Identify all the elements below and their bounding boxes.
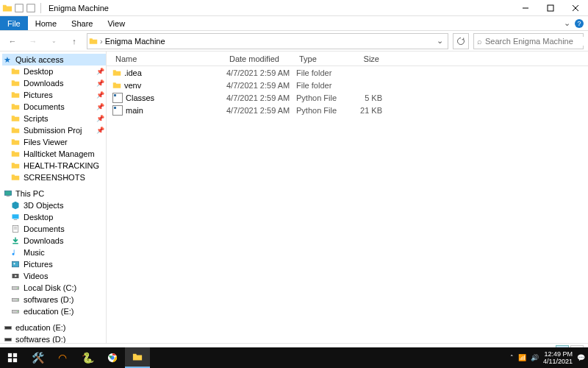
sidebar-item-label: Desktop xyxy=(24,213,53,222)
taskbar-chrome[interactable] xyxy=(100,347,125,368)
notifications-icon[interactable]: 💬 xyxy=(577,354,585,361)
sidebar-item-label: education (E:) xyxy=(24,307,74,316)
sidebar-item[interactable]: Downloads📌 xyxy=(2,77,106,89)
sidebar-item[interactable]: Pictures📌 xyxy=(2,89,106,101)
minimize-button[interactable] xyxy=(513,0,538,16)
search-icon: ⌕ xyxy=(477,37,482,46)
sidebar-item[interactable]: Local Disk (C:) xyxy=(2,282,106,294)
drive-icon xyxy=(4,323,12,332)
sidebar-quick-access[interactable]: ★ Quick access xyxy=(2,54,106,66)
search-input[interactable] xyxy=(485,37,587,46)
sidebar-item[interactable]: Files Viewer xyxy=(2,136,106,148)
qat-dropdown-icon[interactable] xyxy=(26,3,36,13)
file-type: File folder xyxy=(296,81,349,90)
sidebar-item[interactable]: Documents📌 xyxy=(2,101,106,113)
sidebar-item[interactable]: softwares (D:) xyxy=(2,294,106,305)
sidebar-item[interactable]: education (E:) xyxy=(2,305,106,317)
folder-icon xyxy=(11,126,20,135)
sidebar-item[interactable]: Submission Proj📌 xyxy=(2,124,106,136)
sidebar: ★ Quick access Desktop📌Downloads📌Picture… xyxy=(0,52,107,343)
file-type: Python File xyxy=(296,106,349,115)
svg-rect-9 xyxy=(14,219,18,220)
sidebar-drive[interactable]: softwares (D:) xyxy=(2,333,106,343)
column-type[interactable]: Type xyxy=(296,54,349,63)
tray-chevron-icon[interactable]: ˄ xyxy=(510,354,514,361)
chevron-down-icon[interactable]: ⌄ xyxy=(564,18,570,28)
sidebar-item[interactable]: Downloads xyxy=(2,235,106,247)
refresh-button[interactable] xyxy=(453,33,469,49)
3d-icon xyxy=(11,201,20,210)
column-headers: Name Date modified Type Size xyxy=(107,52,588,66)
qat-dropdown-icon[interactable] xyxy=(14,3,24,13)
sidebar-item[interactable]: Pictures xyxy=(2,258,106,270)
file-row[interactable]: .idea4/7/2021 2:59 AMFile folder xyxy=(112,66,588,79)
svg-rect-7 xyxy=(7,196,10,197)
sidebar-item-label: Pictures xyxy=(24,260,53,269)
volume-icon[interactable]: 🔊 xyxy=(531,354,539,361)
sidebar-item[interactable]: Documents xyxy=(2,223,106,235)
folder-icon xyxy=(11,91,20,99)
window-title: Enigma Machine xyxy=(49,4,109,13)
taskbar-app-1[interactable]: 🛠️ xyxy=(25,347,50,368)
breadcrumb[interactable]: › Enigma Machine ⌄ xyxy=(87,33,448,49)
clock[interactable]: 12:49 PM 4/11/2021 xyxy=(543,350,573,365)
music-icon xyxy=(11,248,20,257)
sidebar-item[interactable]: HEALTH-TRACKING xyxy=(2,160,106,171)
tab-share[interactable]: Share xyxy=(64,16,100,30)
tab-view[interactable]: View xyxy=(100,16,132,30)
sidebar-item-label: Submission Proj xyxy=(24,126,82,135)
chevron-down-icon[interactable]: ⌄ xyxy=(434,36,446,46)
sidebar-item[interactable]: SCREENSHOTS xyxy=(2,171,106,183)
taskbar-app-3[interactable]: 🐍 xyxy=(75,347,100,368)
folder-icon xyxy=(11,149,20,158)
column-date[interactable]: Date modified xyxy=(226,54,296,63)
tab-file[interactable]: File xyxy=(0,16,28,30)
svg-point-22 xyxy=(17,311,18,312)
search-box[interactable]: ⌕ xyxy=(473,33,584,49)
column-size[interactable]: Size xyxy=(349,54,382,63)
start-button[interactable] xyxy=(0,347,25,368)
sidebar-drive[interactable]: education (E:) xyxy=(2,322,106,333)
svg-rect-1 xyxy=(27,4,35,12)
sidebar-item-label: Local Disk (C:) xyxy=(24,283,76,292)
maximize-button[interactable] xyxy=(538,0,563,16)
sidebar-item[interactable]: Desktop xyxy=(2,211,106,223)
breadcrumb-segment[interactable]: Enigma Machine xyxy=(105,37,165,46)
file-row[interactable]: Classes4/7/2021 2:59 AMPython File5 KB xyxy=(112,91,588,104)
sidebar-item[interactable]: Videos xyxy=(2,270,106,282)
sidebar-this-pc[interactable]: This PC xyxy=(2,188,106,199)
wifi-icon[interactable]: 📶 xyxy=(518,354,526,361)
sidebar-item[interactable]: Scripts📌 xyxy=(2,113,106,124)
sidebar-item[interactable]: Desktop📌 xyxy=(2,66,106,77)
column-name[interactable]: Name xyxy=(112,54,226,63)
taskbar-app-2[interactable]: ◠ xyxy=(50,347,75,368)
tab-home[interactable]: Home xyxy=(28,16,64,30)
recent-dropdown[interactable]: ⌄ xyxy=(46,33,62,49)
file-row[interactable]: venv4/7/2021 2:59 AMFile folder xyxy=(112,79,588,91)
drive-icon xyxy=(4,335,12,343)
svg-rect-0 xyxy=(15,4,24,12)
folder-icon xyxy=(11,67,20,76)
system-tray: ˄ 📶 🔊 12:49 PM 4/11/2021 💬 xyxy=(507,350,588,365)
forward-button[interactable]: → xyxy=(25,33,41,49)
python-file-icon xyxy=(112,105,123,116)
pic-icon xyxy=(11,260,20,269)
close-button[interactable] xyxy=(563,0,588,16)
help-icon[interactable]: ? xyxy=(575,19,584,28)
sidebar-item[interactable]: 3D Objects xyxy=(2,199,106,211)
up-button[interactable]: ↑ xyxy=(66,33,82,49)
sidebar-label: Quick access xyxy=(15,55,63,64)
svg-rect-14 xyxy=(12,261,19,267)
svg-rect-37 xyxy=(13,358,17,362)
sidebar-item[interactable]: Music xyxy=(2,247,106,258)
sidebar-item-label: Pictures xyxy=(24,91,53,99)
pc-icon xyxy=(4,189,12,198)
taskbar-explorer[interactable] xyxy=(125,347,150,368)
drive-icon xyxy=(11,283,20,292)
svg-rect-13 xyxy=(12,243,18,244)
folder-icon xyxy=(11,79,20,88)
desktop-icon xyxy=(11,213,20,222)
sidebar-item[interactable]: Hallticket Managem xyxy=(2,148,106,160)
back-button[interactable]: ← xyxy=(4,33,21,49)
file-row[interactable]: main4/7/2021 2:59 AMPython File21 KB xyxy=(112,104,588,116)
